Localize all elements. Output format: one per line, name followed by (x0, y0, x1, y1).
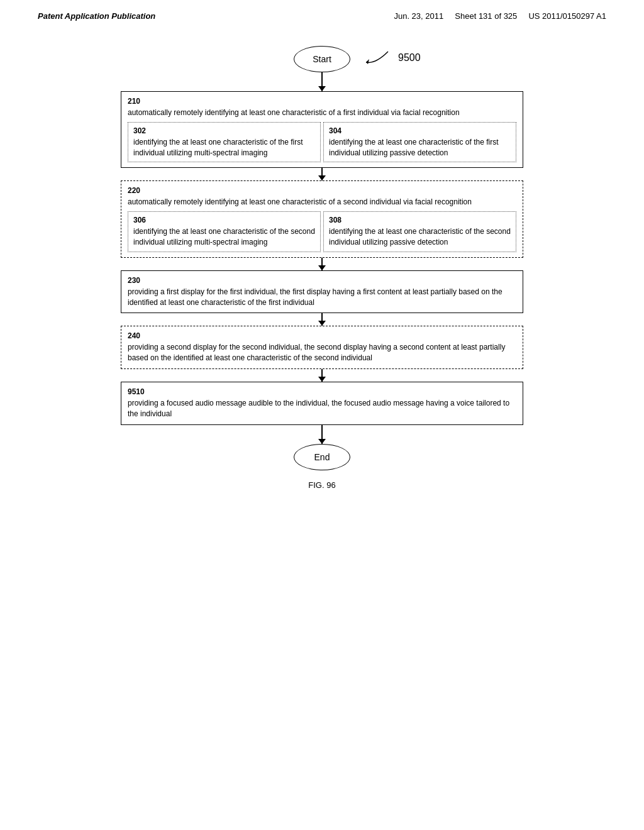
sub-row-302-304: 302 identifying the at least one charact… (128, 122, 516, 163)
header-info: Jun. 23, 2011 Sheet 131 of 325 US 2011/0… (394, 11, 606, 21)
arrow-230-to-240 (321, 313, 323, 326)
arrow-9510-to-end (321, 425, 323, 444)
patent-label: US 2011/0150297 A1 (528, 11, 606, 21)
sheet-label: Sheet 131 of 325 (455, 11, 517, 21)
step-9510-container: 9510 providing a focused audio message a… (121, 382, 523, 425)
box-304: 304 identifying the at least one charact… (323, 122, 516, 163)
box-210: 210 automatically remotely identifying a… (121, 91, 523, 168)
page-header: Patent Application Publication Jun. 23, … (0, 0, 644, 27)
box-308: 308 identifying the at least one charact… (323, 211, 516, 252)
date-label: Jun. 23, 2011 (394, 11, 443, 21)
ref-9500-label: 9500 (363, 48, 421, 67)
publication-label: Patent Application Publication (38, 11, 155, 21)
start-oval: Start (294, 46, 350, 72)
end-oval: End (294, 444, 350, 470)
box-230: 230 providing a first display for the fi… (121, 270, 523, 314)
content-area: Start 9500 210 automatically r (0, 27, 644, 515)
step-240-container: 240 providing a second display for the s… (121, 326, 523, 369)
arrow-210-to-220 (321, 168, 323, 180)
arrow-220-to-230 (321, 258, 323, 270)
curved-arrow-icon (363, 48, 394, 67)
box-302: 302 identifying the at least one charact… (128, 122, 321, 163)
arrow-start-to-210 (321, 72, 323, 91)
flowchart: Start 9500 210 automatically r (50, 46, 594, 490)
box-306: 306 identifying the at least one charact… (128, 211, 321, 252)
sub-row-306-308: 306 identifying the at least one charact… (128, 211, 516, 252)
fig-caption: FIG. 96 (308, 480, 335, 490)
step-220-container: 220 automatically remotely identifying a… (121, 180, 523, 257)
step-210-container: 210 automatically remotely identifying a… (121, 91, 523, 168)
arrow-240-to-9510 (321, 369, 323, 382)
step-230-container: 230 providing a first display for the fi… (121, 270, 523, 314)
box-9510: 9510 providing a focused audio message a… (121, 382, 523, 425)
box-220: 220 automatically remotely identifying a… (121, 180, 523, 257)
svg-marker-0 (366, 59, 369, 64)
start-area: Start 9500 (121, 46, 523, 91)
box-240: 240 providing a second display for the s… (121, 326, 523, 369)
